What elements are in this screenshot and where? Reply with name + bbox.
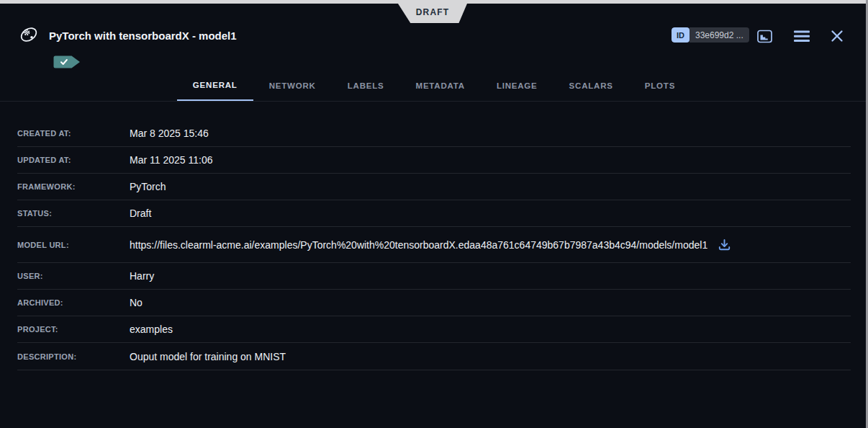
table-row-status: STATUS: Draft: [17, 200, 851, 227]
field-value: Draft: [130, 208, 151, 219]
field-label: UPDATED AT:: [17, 156, 130, 164]
id-label: ID: [672, 27, 690, 43]
download-model-button[interactable]: [718, 238, 731, 251]
tab-bar: GENERAL NETWORK LABELS METADATA LINEAGE …: [0, 71, 868, 102]
tab-general[interactable]: GENERAL: [177, 71, 253, 101]
field-label: USER:: [17, 272, 130, 280]
field-value: Ouput model for training on MNIST: [130, 351, 286, 362]
field-value: examples: [130, 324, 173, 335]
download-icon: [718, 238, 731, 251]
tab-network[interactable]: NETWORK: [253, 71, 332, 101]
model-detail-panel: DRAFT PyTorch with tensorboardX - model1…: [0, 0, 868, 428]
field-label: DESCRIPTION:: [17, 352, 130, 361]
field-value: Mar 11 2025 11:06: [130, 154, 212, 166]
field-value: No: [130, 297, 143, 308]
model-id-badge[interactable]: ID 33e699d2 ...: [672, 27, 749, 43]
id-value: 33e699d2 ...: [690, 27, 749, 43]
tab-metadata[interactable]: METADATA: [400, 71, 481, 101]
tab-scalars[interactable]: SCALARS: [553, 71, 629, 101]
chart-image-icon: [757, 29, 772, 44]
ready-tag[interactable]: [53, 55, 81, 71]
table-row-created-at: CREATED AT: Mar 8 2025 15:46: [17, 120, 851, 147]
table-row-archived: ARCHIVED: No: [17, 290, 851, 316]
table-row-model-url: MODEL URL: https://files.clearml-acme.ai…: [17, 227, 851, 263]
table-row-framework: FRAMEWORK: PyTorch: [17, 174, 851, 200]
close-button[interactable]: [829, 29, 845, 43]
field-value: PyTorch: [130, 181, 166, 192]
model-icon: [19, 24, 39, 48]
menu-button[interactable]: [793, 30, 810, 43]
field-label: FRAMEWORK:: [17, 182, 130, 191]
model-url-value: https://files.clearml-acme.ai/examples/P…: [130, 239, 707, 251]
page-title: PyTorch with tensorboardX - model1: [49, 30, 237, 42]
tab-lineage[interactable]: LINEAGE: [481, 71, 553, 101]
table-row-description: DESCRIPTION: Ouput model for training on…: [17, 343, 851, 370]
details-table: CREATED AT: Mar 8 2025 15:46 UPDATED AT:…: [0, 102, 868, 370]
draft-status-label: DRAFT: [416, 7, 450, 17]
table-row-user: USER: Harry: [17, 263, 851, 290]
tab-plots[interactable]: PLOTS: [629, 71, 691, 101]
hamburger-menu-icon: [794, 30, 810, 43]
field-value: Mar 8 2025 15:46: [130, 128, 209, 139]
viewport-top-strip: [0, 0, 868, 4]
table-row-project: PROJECT: examples: [17, 316, 851, 343]
field-label: ARCHIVED:: [17, 298, 130, 307]
table-row-updated-at: UPDATED AT: Mar 11 2025 11:06: [17, 147, 851, 174]
field-label: CREATED AT:: [17, 129, 130, 138]
field-label: MODEL URL:: [17, 241, 130, 249]
close-icon: [831, 30, 844, 43]
field-label: PROJECT:: [17, 325, 130, 334]
draft-status-ribbon: DRAFT: [398, 4, 467, 23]
field-value: Harry: [130, 270, 154, 282]
plots-preview-button[interactable]: [756, 27, 773, 45]
tab-labels[interactable]: LABELS: [332, 71, 400, 101]
field-label: STATUS:: [17, 209, 130, 218]
